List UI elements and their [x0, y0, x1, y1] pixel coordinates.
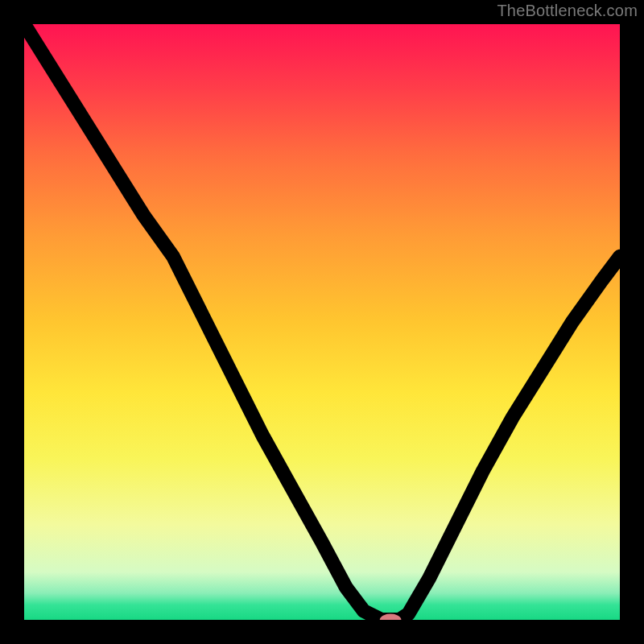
plot-area: [24, 24, 620, 620]
bottleneck-curve: [24, 24, 620, 620]
chart-frame: TheBottleneck.com: [0, 0, 644, 644]
watermark-text: TheBottleneck.com: [497, 2, 638, 20]
data-layer: [24, 24, 620, 620]
